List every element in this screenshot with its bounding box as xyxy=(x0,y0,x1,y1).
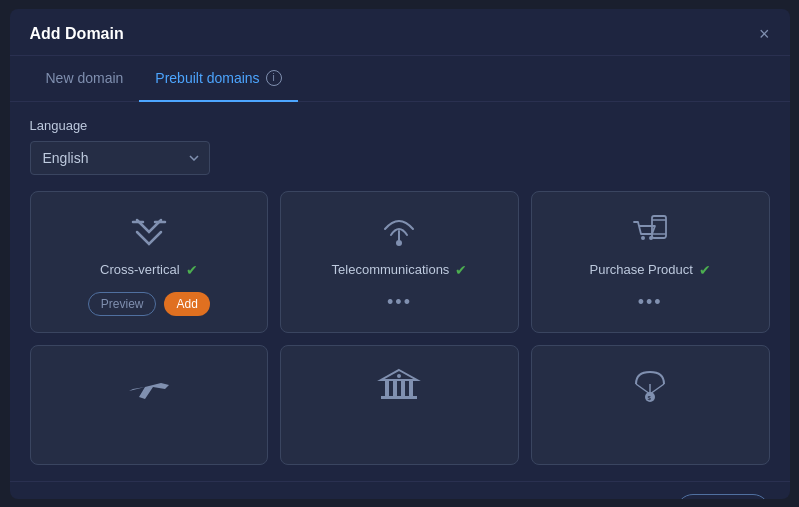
tab-new-domain[interactable]: New domain xyxy=(30,56,140,102)
telecom-name: Telecommunications ✔ xyxy=(332,262,468,278)
domain-card-purchase-product[interactable]: Purchase Product ✔ ••• xyxy=(531,191,770,333)
domain-card-parachute[interactable]: $ xyxy=(531,345,770,465)
info-icon[interactable]: i xyxy=(266,70,282,86)
domain-card-telecommunications[interactable]: Telecommunications ✔ ••• xyxy=(280,191,519,333)
flight-icon xyxy=(125,366,173,406)
purchase-product-name: Purchase Product ✔ xyxy=(589,262,710,278)
cross-vertical-icon xyxy=(129,212,169,252)
telecom-icon xyxy=(379,212,419,252)
svg-rect-8 xyxy=(393,380,397,396)
tab-bar: New domain Prebuilt domains i xyxy=(10,56,790,102)
modal-body: Language English French Spanish German xyxy=(10,102,790,481)
cancel-button[interactable]: Cancel xyxy=(676,494,770,499)
parachute-icon: $ xyxy=(628,366,672,406)
cross-vertical-actions: Preview Add xyxy=(88,292,210,316)
svg-rect-10 xyxy=(409,380,413,396)
svg-point-5 xyxy=(649,236,653,240)
verified-icon: ✔ xyxy=(455,262,467,278)
svg-rect-7 xyxy=(385,380,389,396)
telecom-dots[interactable]: ••• xyxy=(387,292,412,313)
tab-prebuilt-domains[interactable]: Prebuilt domains i xyxy=(139,56,297,102)
svg-point-12 xyxy=(397,374,401,378)
language-select[interactable]: English French Spanish German xyxy=(30,141,210,175)
verified-icon: ✔ xyxy=(186,262,198,278)
language-label: Language xyxy=(30,118,770,133)
svg-rect-9 xyxy=(401,380,405,396)
verified-icon: ✔ xyxy=(699,262,711,278)
domain-card-cross-vertical[interactable]: Cross-vertical ✔ Preview Add xyxy=(30,191,269,333)
add-button[interactable]: Add xyxy=(164,292,209,316)
domain-card-flight[interactable] xyxy=(30,345,269,465)
purchase-icon xyxy=(630,212,670,252)
modal-header: Add Domain × xyxy=(10,9,790,56)
domain-grid: Cross-vertical ✔ Preview Add xyxy=(30,191,770,465)
modal-footer: Cancel xyxy=(10,481,790,499)
add-domain-modal: Add Domain × New domain Prebuilt domains… xyxy=(10,9,790,499)
cross-vertical-name: Cross-vertical ✔ xyxy=(100,262,197,278)
svg-point-4 xyxy=(641,236,645,240)
preview-button[interactable]: Preview xyxy=(88,292,157,316)
close-button[interactable]: × xyxy=(759,25,770,43)
purchase-dots[interactable]: ••• xyxy=(638,292,663,313)
domain-card-bank[interactable] xyxy=(280,345,519,465)
svg-rect-11 xyxy=(381,396,417,399)
modal-title: Add Domain xyxy=(30,25,124,43)
bank-icon xyxy=(377,366,421,406)
